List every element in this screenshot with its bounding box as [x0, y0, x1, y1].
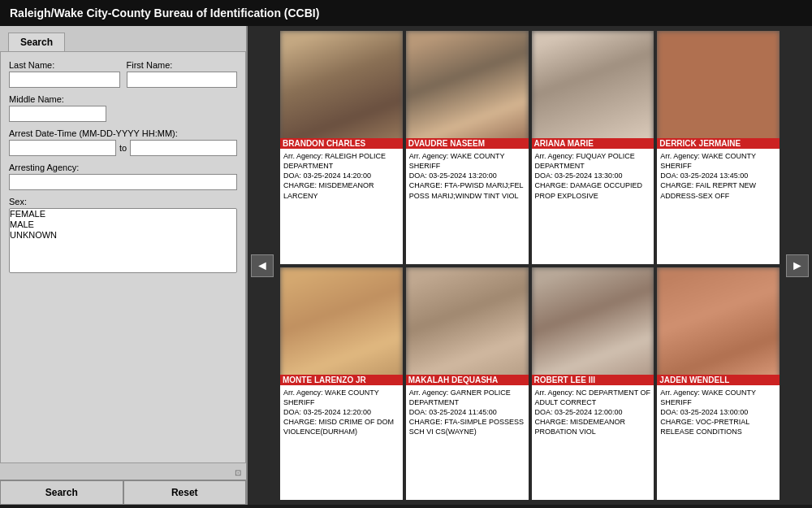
mugshot-name-bar-6: MAKALAH DEQUASHA [406, 375, 529, 385]
reset-button[interactable]: Reset [123, 480, 247, 505]
mugshot-doa-6: DOA: 03-25-2024 11:45:00 [409, 407, 525, 417]
mugshot-charge-6: CHARGE: FTA-SIMPLE POSSESS SCH VI CS(WAY… [409, 417, 525, 436]
mugshots-content: ◄ ► BRANDON CHARLESArr. Agency: RALEIGH … [248, 26, 812, 505]
mugshot-card-7[interactable]: ROBERT LEE IIIArr. Agency: NC DEPARTMENT… [532, 267, 654, 501]
mugshot-charge-2: CHARGE: FTA-PWISD MARIJ;FEL POSS MARIJ;W… [409, 180, 525, 200]
to-label: to [119, 143, 127, 153]
mugshot-doa-2: DOA: 03-25-2024 13:20:00 [409, 171, 525, 180]
bottom-buttons: Search Reset [0, 480, 246, 505]
mugshot-agency-7: Arr. Agency: NC DEPARTMENT OF ADULT CORR… [535, 388, 651, 407]
mugshot-charge-3: CHARGE: DAMAGE OCCUPIED PROP EXPLOSIVE [535, 180, 651, 200]
mugshot-card-6[interactable]: MAKALAH DEQUASHAArr. Agency: GARNER POLI… [406, 267, 529, 501]
sex-option-female[interactable]: FEMALE [10, 209, 236, 219]
resize-handle[interactable]: ⊡ [235, 468, 243, 476]
mugshot-agency-1: Arr. Agency: RALEIGH POLICE DEPARTMENT [283, 151, 400, 171]
mugshot-photo-1: BRANDON CHARLES [280, 31, 403, 149]
mugshot-charge-7: CHARGE: MISDEMEANOR PROBATION VIOL [535, 417, 651, 436]
mugshot-agency-3: Arr. Agency: FUQUAY POLICE DEPARTMENT [535, 151, 651, 171]
mugshot-info-2: Arr. Agency: WAKE COUNTY SHERIFFDOA: 03-… [406, 149, 529, 264]
page-header: Raleigh/Wake City-County Bureau of Ident… [0, 0, 812, 26]
sex-option-male[interactable]: MALE [10, 219, 236, 230]
mugshot-agency-5: Arr. Agency: WAKE COUNTY SHERIFF [283, 388, 400, 407]
mugshot-photo-7: ROBERT LEE III [532, 267, 654, 385]
mugshot-doa-7: DOA: 03-25-2024 12:00:00 [535, 407, 651, 417]
mugshot-photo-6: MAKALAH DEQUASHA [406, 267, 529, 385]
arrest-date-start-input[interactable] [9, 140, 116, 156]
sex-label: Sex: [9, 197, 237, 206]
mugshot-name-bar-2: DVAUDRE NASEEM [406, 138, 529, 149]
mugshot-card-4[interactable]: DERRICK JERMAINEArr. Agency: WAKE COUNTY… [657, 31, 780, 264]
mugshot-info-1: Arr. Agency: RALEIGH POLICE DEPARTMENTDO… [280, 149, 403, 264]
mugshot-card-8[interactable]: JADEN WENDELLArr. Agency: WAKE COUNTY SH… [657, 267, 780, 501]
mugshot-photo-8: JADEN WENDELL [657, 267, 780, 385]
first-name-input[interactable] [127, 72, 238, 88]
mugshot-info-8: Arr. Agency: WAKE COUNTY SHERIFFDOA: 03-… [657, 385, 780, 501]
mugshot-charge-1: CHARGE: MISDEMEANOR LARCENY [283, 180, 400, 200]
mugshot-card-2[interactable]: DVAUDRE NASEEMArr. Agency: WAKE COUNTY S… [406, 31, 529, 264]
nav-right-button[interactable]: ► [786, 254, 809, 277]
page-title: Raleigh/Wake City-County Bureau of Ident… [10, 7, 319, 20]
mugshots-grid: BRANDON CHARLESArr. Agency: RALEIGH POLI… [248, 26, 812, 505]
last-name-input[interactable] [9, 72, 120, 88]
mugshot-info-7: Arr. Agency: NC DEPARTMENT OF ADULT CORR… [532, 385, 654, 501]
mugshot-name-bar-3: ARIANA MARIE [532, 138, 654, 149]
mugshot-card-5[interactable]: MONTE LARENZO JRArr. Agency: WAKE COUNTY… [280, 267, 403, 501]
mugshot-info-3: Arr. Agency: FUQUAY POLICE DEPARTMENTDOA… [532, 149, 654, 264]
sex-option-unknown[interactable]: UNKNOWN [10, 230, 236, 241]
middle-name-input[interactable] [9, 106, 106, 122]
mugshot-doa-3: DOA: 03-25-2024 13:30:00 [535, 171, 651, 180]
mugshot-photo-2: DVAUDRE NASEEM [406, 31, 529, 149]
mugshot-name-bar-5: MONTE LARENZO JR [280, 375, 403, 385]
mugshot-agency-8: Arr. Agency: WAKE COUNTY SHERIFF [660, 388, 776, 407]
mugshot-name-bar-4: DERRICK JERMAINE [657, 138, 780, 149]
search-button[interactable]: Search [0, 480, 123, 505]
mugshot-agency-4: Arr. Agency: WAKE COUNTY SHERIFF [660, 151, 776, 171]
mugshot-info-6: Arr. Agency: GARNER POLICE DEPARTMENTDOA… [406, 385, 529, 501]
mugshot-doa-4: DOA: 03-25-2024 13:45:00 [660, 171, 776, 180]
first-name-label: First Name: [127, 60, 238, 70]
mugshot-agency-2: Arr. Agency: WAKE COUNTY SHERIFF [409, 151, 525, 171]
mugshot-photo-4: DERRICK JERMAINE [657, 31, 780, 149]
nav-left-button[interactable]: ◄ [251, 254, 274, 277]
arrest-date-label: Arrest Date-Time (MM-DD-YYYY HH:MM): [9, 128, 237, 138]
middle-name-label: Middle Name: [9, 94, 237, 104]
arresting-agency-input[interactable] [9, 174, 237, 190]
sidebar: Search Last Name: First Name: Middle Nam… [0, 26, 248, 505]
mugshot-photo-5: MONTE LARENZO JR [280, 267, 403, 385]
arrest-date-end-input[interactable] [130, 140, 237, 156]
mugshot-charge-5: CHARGE: MISD CRIME OF DOM VIOLENCE(DURHA… [283, 417, 400, 436]
mugshot-card-3[interactable]: ARIANA MARIEArr. Agency: FUQUAY POLICE D… [532, 31, 654, 264]
arresting-agency-label: Arresting Agency: [9, 163, 237, 172]
mugshot-doa-8: DOA: 03-25-2024 13:00:00 [660, 407, 776, 417]
tab-bar: Search [0, 26, 246, 51]
mugshot-charge-8: CHARGE: VOC-PRETRIAL RELEASE CONDITIONS [660, 417, 776, 436]
mugshot-agency-6: Arr. Agency: GARNER POLICE DEPARTMENT [409, 388, 525, 407]
last-name-label: Last Name: [9, 60, 120, 70]
mugshot-name-bar-8: JADEN WENDELL [657, 375, 780, 385]
mugshot-doa-1: DOA: 03-25-2024 14:20:00 [283, 171, 400, 180]
search-form: Last Name: First Name: Middle Name: Arre… [0, 51, 246, 463]
sex-select[interactable]: FEMALE MALE UNKNOWN [9, 208, 237, 273]
mugshot-card-1[interactable]: BRANDON CHARLESArr. Agency: RALEIGH POLI… [280, 31, 403, 264]
mugshot-name-bar-1: BRANDON CHARLES [280, 138, 403, 149]
mugshot-info-5: Arr. Agency: WAKE COUNTY SHERIFFDOA: 03-… [280, 385, 403, 501]
mugshot-charge-4: CHARGE: FAIL REPRT NEW ADDRESS-SEX OFF [660, 180, 776, 200]
search-tab[interactable]: Search [8, 33, 65, 51]
mugshot-photo-3: ARIANA MARIE [532, 31, 654, 149]
mugshot-info-4: Arr. Agency: WAKE COUNTY SHERIFFDOA: 03-… [657, 149, 780, 264]
mugshot-doa-5: DOA: 03-25-2024 12:20:00 [283, 407, 400, 417]
mugshot-name-bar-7: ROBERT LEE III [532, 375, 654, 385]
